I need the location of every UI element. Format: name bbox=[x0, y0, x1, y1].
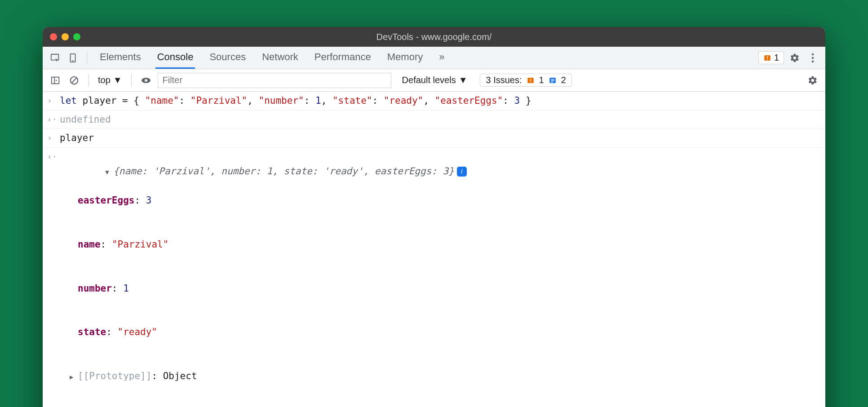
svg-line-13 bbox=[72, 78, 77, 83]
output-prompt-icon: ‹· bbox=[47, 112, 60, 126]
issues-badge[interactable]: 3 Issues: 1 2 bbox=[480, 74, 571, 87]
input-prompt-icon: › bbox=[47, 93, 60, 107]
settings-icon[interactable] bbox=[788, 51, 802, 65]
warning-icon bbox=[763, 54, 771, 62]
disclosure-triangle-open-icon[interactable]: ▼ bbox=[105, 168, 113, 177]
console-toolbar: top ▼ Default levels ▼ 3 Issues: 1 2 bbox=[43, 69, 825, 92]
svg-rect-0 bbox=[51, 54, 58, 60]
tab-elements[interactable]: Elements bbox=[98, 47, 143, 69]
traffic-lights bbox=[50, 33, 80, 40]
filter-input[interactable] bbox=[158, 73, 391, 88]
warnings-badge[interactable]: 1 bbox=[758, 51, 784, 64]
object-key: [[Prototype]] bbox=[78, 371, 151, 381]
svg-point-7 bbox=[812, 57, 814, 59]
console-input-row[interactable]: › player bbox=[43, 129, 825, 148]
warnings-count: 1 bbox=[774, 53, 779, 63]
issues-warn-count: 1 bbox=[539, 75, 544, 85]
result-undefined: undefined bbox=[60, 112, 819, 127]
svg-rect-21 bbox=[551, 80, 554, 81]
warning-icon bbox=[527, 76, 535, 84]
tab-memory[interactable]: Memory bbox=[385, 47, 425, 69]
object-key: state bbox=[78, 327, 106, 337]
window-minimize-button[interactable] bbox=[62, 33, 69, 40]
object-summary: {name: 'Parzival', number: 1, state: 're… bbox=[113, 166, 454, 177]
object-value: "ready" bbox=[118, 327, 158, 337]
devtools-window: DevTools - www.google.com/ Elements Cons… bbox=[43, 27, 825, 407]
object-key: number bbox=[78, 283, 112, 294]
tab-sources[interactable]: Sources bbox=[208, 47, 248, 69]
window-title: DevTools - www.google.com/ bbox=[376, 32, 492, 42]
more-menu-icon[interactable] bbox=[806, 51, 820, 65]
svg-rect-4 bbox=[767, 56, 768, 58]
log-levels-selector[interactable]: Default levels ▼ bbox=[402, 75, 468, 85]
svg-rect-17 bbox=[530, 79, 531, 81]
inspect-element-icon[interactable] bbox=[48, 51, 62, 65]
tab-console[interactable]: Console bbox=[155, 47, 195, 69]
window-close-button[interactable] bbox=[50, 33, 57, 40]
info-badge-icon[interactable]: i bbox=[457, 167, 467, 177]
output-prompt-icon: ‹· bbox=[47, 150, 60, 163]
live-expression-icon[interactable] bbox=[139, 73, 153, 88]
chevron-down-icon: ▼ bbox=[113, 75, 122, 85]
svg-rect-9 bbox=[52, 77, 59, 84]
separator bbox=[131, 74, 132, 87]
issues-label: 3 Issues: bbox=[486, 75, 522, 85]
main-toolbar: Elements Console Sources Network Perform… bbox=[43, 47, 825, 69]
console-result-row: ‹· undefined bbox=[43, 111, 825, 129]
device-toolbar-icon[interactable] bbox=[66, 51, 80, 65]
console-settings-icon[interactable] bbox=[806, 73, 820, 88]
object-expanded[interactable]: ▼{name: 'Parzival', number: 1, state: 'r… bbox=[60, 150, 819, 407]
titlebar: DevTools - www.google.com/ bbox=[43, 27, 825, 47]
console-code: let player = { "name": "Parzival", "numb… bbox=[60, 93, 819, 108]
object-value: Object bbox=[163, 371, 197, 381]
console-result-row: ‹· ▼{name: 'Parzival', number: 1, state:… bbox=[43, 148, 825, 407]
svg-rect-5 bbox=[767, 59, 768, 60]
tab-performance[interactable]: Performance bbox=[313, 47, 373, 69]
svg-rect-18 bbox=[530, 82, 531, 83]
panel-tabs: Elements Console Sources Network Perform… bbox=[98, 47, 447, 69]
svg-point-8 bbox=[812, 60, 814, 62]
levels-label: Default levels bbox=[402, 75, 456, 85]
svg-rect-22 bbox=[551, 82, 553, 83]
issues-info-count: 2 bbox=[561, 75, 566, 85]
clear-console-icon[interactable] bbox=[67, 73, 81, 88]
object-value: 1 bbox=[123, 283, 129, 294]
object-key: easterEggs bbox=[78, 195, 134, 206]
console-code: player bbox=[60, 131, 819, 146]
tabs-overflow-icon[interactable]: » bbox=[437, 47, 446, 69]
window-maximize-button[interactable] bbox=[73, 33, 80, 40]
tab-network[interactable]: Network bbox=[260, 47, 300, 69]
console-input-row[interactable]: › let player = { "name": "Parzival", "nu… bbox=[43, 92, 825, 111]
disclosure-triangle-closed-icon[interactable]: ▶ bbox=[70, 372, 78, 382]
info-icon bbox=[549, 76, 557, 84]
svg-rect-20 bbox=[551, 79, 554, 80]
separator bbox=[89, 74, 89, 87]
svg-point-15 bbox=[145, 79, 147, 82]
console-sidebar-toggle-icon[interactable] bbox=[48, 73, 62, 88]
object-value: 3 bbox=[146, 195, 152, 206]
chevron-down-icon: ▼ bbox=[459, 75, 468, 85]
input-prompt-icon: › bbox=[47, 131, 60, 144]
svg-marker-11 bbox=[56, 80, 58, 81]
object-key: name bbox=[78, 239, 101, 250]
object-value: "Parzival" bbox=[112, 239, 168, 250]
svg-point-6 bbox=[812, 53, 814, 55]
separator bbox=[87, 52, 87, 64]
context-selector[interactable]: top ▼ bbox=[96, 74, 124, 86]
console-output: › let player = { "name": "Parzival", "nu… bbox=[43, 92, 825, 407]
context-label: top bbox=[98, 75, 111, 85]
